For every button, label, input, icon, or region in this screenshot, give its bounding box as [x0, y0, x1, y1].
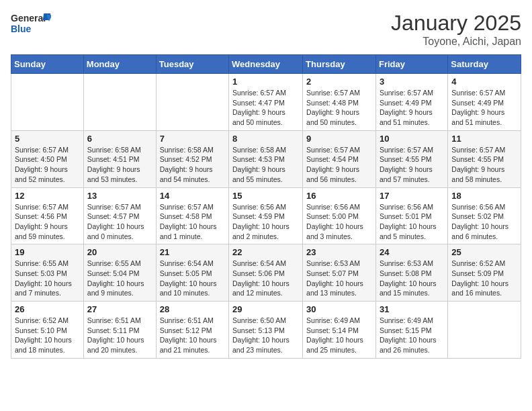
day-number: 14	[160, 191, 225, 201]
day-number: 26	[15, 304, 80, 314]
day-info: Sunrise: 6:56 AM Sunset: 5:00 PM Dayligh…	[306, 202, 372, 242]
day-number: 19	[15, 247, 80, 257]
day-info: Sunrise: 6:55 AM Sunset: 5:03 PM Dayligh…	[15, 259, 80, 298]
day-info: Sunrise: 6:49 AM Sunset: 5:15 PM Dayligh…	[380, 316, 444, 355]
calendar-week-row: 1Sunrise: 6:57 AM Sunset: 4:47 PM Daylig…	[11, 74, 521, 131]
calendar-cell: 22Sunrise: 6:54 AM Sunset: 5:06 PM Dayli…	[229, 244, 303, 302]
day-number: 7	[160, 134, 225, 144]
day-info: Sunrise: 6:57 AM Sunset: 4:54 PM Dayligh…	[306, 145, 372, 185]
day-info: Sunrise: 6:57 AM Sunset: 4:49 PM Dayligh…	[451, 88, 517, 128]
day-info: Sunrise: 6:53 AM Sunset: 5:08 PM Dayligh…	[380, 259, 444, 298]
day-number: 11	[451, 134, 517, 144]
day-number: 10	[380, 134, 444, 144]
calendar-cell: 16Sunrise: 6:56 AM Sunset: 5:00 PM Dayli…	[303, 187, 376, 244]
day-info: Sunrise: 6:57 AM Sunset: 4:47 PM Dayligh…	[232, 88, 299, 128]
day-number: 27	[87, 304, 152, 314]
day-info: Sunrise: 6:58 AM Sunset: 4:52 PM Dayligh…	[160, 145, 225, 185]
day-number: 29	[232, 304, 299, 314]
day-info: Sunrise: 6:54 AM Sunset: 5:06 PM Dayligh…	[232, 259, 299, 298]
calendar-cell	[83, 74, 156, 131]
calendar-cell: 12Sunrise: 6:57 AM Sunset: 4:56 PM Dayli…	[11, 187, 84, 244]
page-header: General Blue January 2025 Toyone, Aichi,…	[11, 11, 521, 48]
day-info: Sunrise: 6:57 AM Sunset: 4:58 PM Dayligh…	[160, 202, 225, 242]
day-number: 2	[306, 77, 372, 87]
calendar-cell: 27Sunrise: 6:51 AM Sunset: 5:11 PM Dayli…	[83, 302, 156, 359]
calendar-cell: 18Sunrise: 6:56 AM Sunset: 5:02 PM Dayli…	[448, 187, 521, 244]
calendar-cell: 8Sunrise: 6:58 AM Sunset: 4:53 PM Daylig…	[229, 130, 303, 187]
calendar-cell: 24Sunrise: 6:53 AM Sunset: 5:08 PM Dayli…	[375, 244, 447, 302]
day-number: 13	[87, 191, 152, 201]
calendar-cell: 23Sunrise: 6:53 AM Sunset: 5:07 PM Dayli…	[303, 244, 376, 302]
day-number: 18	[451, 191, 517, 201]
calendar-cell: 30Sunrise: 6:49 AM Sunset: 5:14 PM Dayli…	[303, 302, 376, 359]
day-number: 12	[15, 191, 80, 201]
day-number: 1	[232, 77, 299, 87]
logo-svg: General Blue	[11, 11, 51, 40]
svg-text:Blue: Blue	[11, 24, 32, 34]
calendar-cell: 1Sunrise: 6:57 AM Sunset: 4:47 PM Daylig…	[229, 74, 303, 131]
weekday-header: Saturday	[448, 55, 521, 74]
calendar-cell: 4Sunrise: 6:57 AM Sunset: 4:49 PM Daylig…	[448, 74, 521, 131]
day-info: Sunrise: 6:57 AM Sunset: 4:57 PM Dayligh…	[87, 202, 152, 242]
day-number: 17	[380, 191, 444, 201]
calendar-cell: 17Sunrise: 6:56 AM Sunset: 5:01 PM Dayli…	[375, 187, 447, 244]
day-info: Sunrise: 6:56 AM Sunset: 5:01 PM Dayligh…	[380, 202, 444, 242]
day-number: 24	[380, 247, 444, 257]
day-info: Sunrise: 6:51 AM Sunset: 5:12 PM Dayligh…	[160, 316, 225, 355]
calendar-week-row: 26Sunrise: 6:52 AM Sunset: 5:10 PM Dayli…	[11, 302, 521, 359]
day-number: 25	[451, 247, 517, 257]
calendar-cell: 14Sunrise: 6:57 AM Sunset: 4:58 PM Dayli…	[156, 187, 228, 244]
calendar-cell: 5Sunrise: 6:57 AM Sunset: 4:50 PM Daylig…	[11, 130, 84, 187]
calendar-cell: 25Sunrise: 6:52 AM Sunset: 5:09 PM Dayli…	[448, 244, 521, 302]
calendar-cell: 9Sunrise: 6:57 AM Sunset: 4:54 PM Daylig…	[303, 130, 376, 187]
calendar-cell: 19Sunrise: 6:55 AM Sunset: 5:03 PM Dayli…	[11, 244, 84, 302]
calendar-cell: 29Sunrise: 6:50 AM Sunset: 5:13 PM Dayli…	[229, 302, 303, 359]
day-number: 22	[232, 247, 299, 257]
day-info: Sunrise: 6:57 AM Sunset: 4:55 PM Dayligh…	[380, 145, 444, 185]
day-info: Sunrise: 6:57 AM Sunset: 4:49 PM Dayligh…	[380, 88, 444, 128]
calendar-week-row: 5Sunrise: 6:57 AM Sunset: 4:50 PM Daylig…	[11, 130, 521, 187]
weekday-header: Thursday	[303, 55, 376, 74]
weekday-header: Tuesday	[156, 55, 228, 74]
weekday-header: Wednesday	[229, 55, 303, 74]
calendar-cell: 3Sunrise: 6:57 AM Sunset: 4:49 PM Daylig…	[375, 74, 447, 131]
calendar-cell: 2Sunrise: 6:57 AM Sunset: 4:48 PM Daylig…	[303, 74, 376, 131]
calendar-cell: 28Sunrise: 6:51 AM Sunset: 5:12 PM Dayli…	[156, 302, 228, 359]
day-info: Sunrise: 6:57 AM Sunset: 4:55 PM Dayligh…	[451, 145, 517, 185]
day-number: 20	[87, 247, 152, 257]
day-number: 30	[306, 304, 372, 314]
page-subtitle: Toyone, Aichi, Japan	[391, 36, 521, 48]
svg-text:General: General	[11, 13, 46, 24]
day-info: Sunrise: 6:54 AM Sunset: 5:05 PM Dayligh…	[160, 259, 225, 298]
day-number: 21	[160, 247, 225, 257]
calendar-cell	[11, 74, 84, 131]
weekday-header: Monday	[83, 55, 156, 74]
calendar-cell: 10Sunrise: 6:57 AM Sunset: 4:55 PM Dayli…	[375, 130, 447, 187]
page-title: January 2025	[391, 11, 521, 36]
calendar-cell: 7Sunrise: 6:58 AM Sunset: 4:52 PM Daylig…	[156, 130, 228, 187]
calendar-week-row: 12Sunrise: 6:57 AM Sunset: 4:56 PM Dayli…	[11, 187, 521, 244]
calendar-cell	[448, 302, 521, 359]
calendar-cell: 6Sunrise: 6:58 AM Sunset: 4:51 PM Daylig…	[83, 130, 156, 187]
day-number: 4	[451, 77, 517, 87]
day-info: Sunrise: 6:52 AM Sunset: 5:10 PM Dayligh…	[15, 316, 80, 355]
logo: General Blue	[11, 11, 51, 40]
calendar-cell: 26Sunrise: 6:52 AM Sunset: 5:10 PM Dayli…	[11, 302, 84, 359]
calendar-cell: 15Sunrise: 6:56 AM Sunset: 4:59 PM Dayli…	[229, 187, 303, 244]
day-info: Sunrise: 6:49 AM Sunset: 5:14 PM Dayligh…	[306, 316, 372, 355]
day-number: 3	[380, 77, 444, 87]
day-info: Sunrise: 6:56 AM Sunset: 4:59 PM Dayligh…	[232, 202, 299, 242]
calendar-cell: 13Sunrise: 6:57 AM Sunset: 4:57 PM Dayli…	[83, 187, 156, 244]
title-block: January 2025 Toyone, Aichi, Japan	[391, 11, 521, 48]
day-info: Sunrise: 6:52 AM Sunset: 5:09 PM Dayligh…	[451, 259, 517, 298]
day-info: Sunrise: 6:58 AM Sunset: 4:53 PM Dayligh…	[232, 145, 299, 185]
day-number: 16	[306, 191, 372, 201]
day-info: Sunrise: 6:53 AM Sunset: 5:07 PM Dayligh…	[306, 259, 372, 298]
calendar-cell: 31Sunrise: 6:49 AM Sunset: 5:15 PM Dayli…	[375, 302, 447, 359]
weekday-header: Sunday	[11, 55, 84, 74]
day-number: 9	[306, 134, 372, 144]
day-info: Sunrise: 6:56 AM Sunset: 5:02 PM Dayligh…	[451, 202, 517, 242]
day-number: 31	[380, 304, 444, 314]
day-info: Sunrise: 6:57 AM Sunset: 4:48 PM Dayligh…	[306, 88, 372, 128]
calendar-cell: 11Sunrise: 6:57 AM Sunset: 4:55 PM Dayli…	[448, 130, 521, 187]
